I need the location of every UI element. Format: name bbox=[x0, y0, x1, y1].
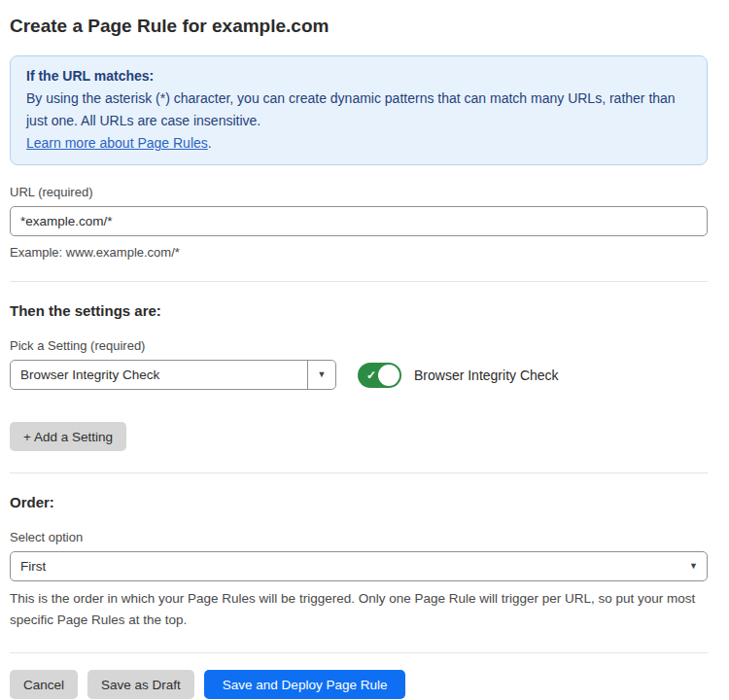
url-field-label: URL (required) bbox=[10, 185, 708, 199]
settings-section-heading: Then the settings are: bbox=[10, 302, 708, 319]
save-draft-button[interactable]: Save as Draft bbox=[87, 670, 194, 699]
footer-divider bbox=[10, 652, 708, 653]
url-example-hint: Example: www.example.com/* bbox=[10, 245, 708, 260]
order-select-label: Select option bbox=[10, 530, 708, 544]
order-select-value: First bbox=[11, 559, 689, 574]
order-select[interactable]: First ▼ bbox=[10, 551, 708, 581]
cancel-button[interactable]: Cancel bbox=[10, 670, 78, 699]
browser-integrity-toggle[interactable]: ✓ bbox=[358, 363, 401, 388]
chevron-down-icon: ▼ bbox=[318, 370, 327, 379]
save-deploy-button[interactable]: Save and Deploy Page Rule bbox=[204, 670, 406, 699]
setting-picker-dropdown[interactable]: Browser Integrity Check ▼ bbox=[10, 360, 336, 390]
page-rule-form: Create a Page Rule for example.com If th… bbox=[10, 16, 708, 699]
link-period: . bbox=[208, 135, 212, 151]
info-box-body-text: By using the asterisk (*) character, you… bbox=[26, 90, 676, 128]
setting-row: Browser Integrity Check ▼ ✓ Browser Inte… bbox=[10, 360, 708, 390]
learn-more-link[interactable]: Learn more about Page Rules bbox=[26, 135, 208, 151]
dropdown-caret-box[interactable]: ▼ bbox=[307, 361, 335, 389]
add-setting-button[interactable]: + Add a Setting bbox=[10, 422, 126, 451]
pick-setting-label: Pick a Setting (required) bbox=[10, 338, 708, 353]
footer-actions: Cancel Save as Draft Save and Deploy Pag… bbox=[10, 670, 708, 699]
toggle-knob bbox=[378, 365, 399, 386]
section-divider bbox=[10, 472, 708, 473]
order-help-text: This is the order in which your Page Rul… bbox=[10, 588, 708, 631]
check-icon: ✓ bbox=[366, 368, 376, 382]
url-input[interactable] bbox=[10, 206, 708, 236]
section-divider bbox=[10, 281, 708, 282]
info-box-body: By using the asterisk (*) character, you… bbox=[26, 88, 691, 155]
chevron-down-icon: ▼ bbox=[689, 562, 707, 571]
info-box-heading: If the URL matches: bbox=[26, 65, 691, 88]
setting-picker-value: Browser Integrity Check bbox=[11, 368, 307, 382]
url-match-info-box: If the URL matches: By using the asteris… bbox=[10, 55, 708, 165]
order-section-heading: Order: bbox=[10, 494, 708, 510]
page-title: Create a Page Rule for example.com bbox=[10, 16, 708, 37]
toggle-label: Browser Integrity Check bbox=[414, 368, 559, 383]
